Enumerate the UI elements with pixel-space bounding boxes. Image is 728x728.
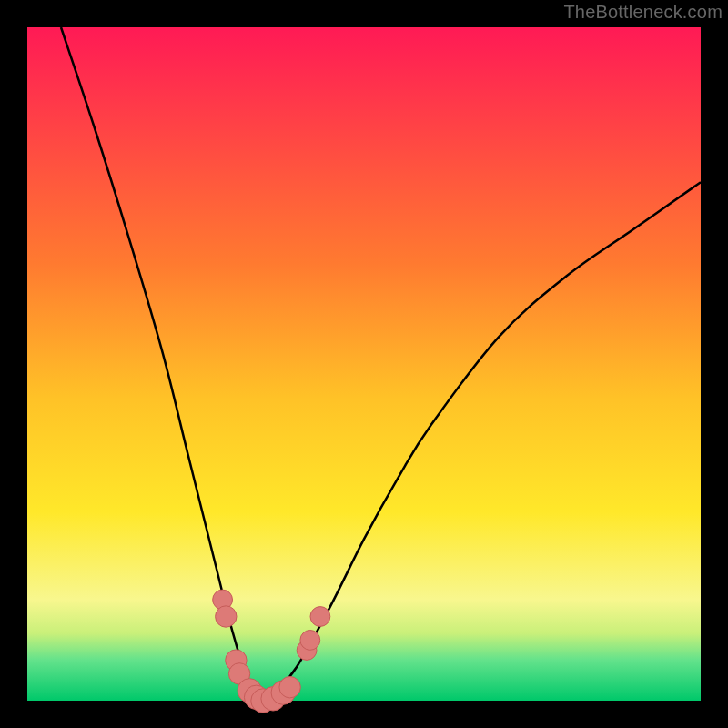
- marker-dot: [300, 631, 320, 651]
- plot-area: [27, 27, 701, 701]
- marker-dot: [310, 607, 330, 627]
- watermark-text: TheBottleneck.com: [563, 2, 723, 23]
- bottleneck-chart: [0, 0, 728, 728]
- marker-dot: [279, 677, 300, 698]
- marker-dot: [216, 606, 237, 627]
- chart-stage: TheBottleneck.com: [0, 0, 728, 728]
